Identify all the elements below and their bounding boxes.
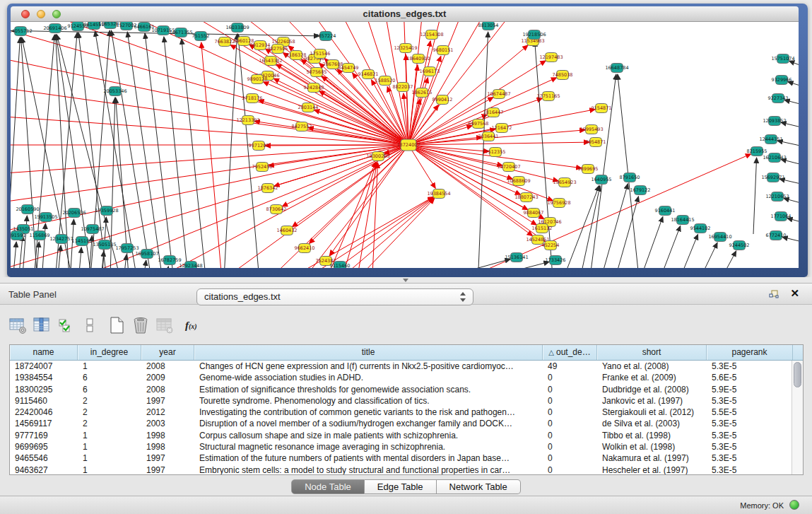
table-cell[interactable]: Jankovic et al. (1997): [597, 395, 707, 407]
graph-node[interactable]: 8454749: [339, 64, 359, 73]
table-row[interactable]: 977716911998Corpus callosum shape and si…: [10, 430, 792, 441]
graph-node[interactable]: 12197483: [539, 53, 563, 62]
graph-node[interactable]: 20160590: [16, 205, 39, 214]
graph-node[interactable]: 12210653: [765, 192, 789, 201]
table-cell[interactable]: Wolkin et al. (1998): [597, 441, 707, 452]
graph-node[interactable]: 16995493: [579, 125, 603, 134]
graph-node[interactable]: 9329966: [772, 76, 792, 85]
graph-node[interactable]: 8730642: [266, 205, 287, 214]
graph-node[interactable]: 7857224: [316, 32, 336, 41]
table-cell[interactable]: 5.3E-5: [707, 452, 792, 464]
scrollbar-thumb[interactable]: [794, 362, 801, 387]
table-cell[interactable]: 19384554: [10, 372, 78, 383]
column-header-short[interactable]: short: [597, 345, 707, 360]
graph-node[interactable]: 19654923: [553, 178, 576, 187]
graph-node[interactable]: 18164415: [671, 216, 694, 225]
graph-node[interactable]: 16958107: [135, 250, 158, 259]
tab-node-table[interactable]: Node Table: [291, 479, 365, 494]
table-cell[interactable]: 22420046: [10, 407, 78, 418]
new-table-icon[interactable]: [106, 314, 127, 337]
table-cell[interactable]: 0: [543, 452, 597, 464]
graph-node[interactable]: 8791650: [620, 173, 640, 182]
graph-node[interactable]: 1771064: [771, 212, 792, 221]
table-cell[interactable]: Yano et al. (2008): [597, 361, 707, 372]
column-header-year[interactable]: year: [141, 345, 194, 360]
graph-node[interactable]: 15136141: [505, 253, 528, 262]
graph-node[interactable]: 2718176: [242, 94, 263, 103]
table-cell[interactable]: 9115460: [10, 395, 78, 407]
table-cell[interactable]: 5.3E-5: [707, 465, 792, 474]
table-cell[interactable]: 5.3E-5: [707, 441, 792, 452]
table-cell[interactable]: 1997: [141, 395, 194, 407]
vertical-scrollbar[interactable]: [792, 361, 803, 474]
column-header-in_degree[interactable]: in_degree: [78, 345, 141, 360]
table-cell[interactable]: 1: [78, 430, 141, 441]
table-cell[interactable]: Franke et al. (2009): [597, 372, 707, 383]
graph-node[interactable]: 20053346: [103, 87, 126, 96]
graph-node[interactable]: 1876342: [258, 184, 278, 193]
graph-node[interactable]: 16543382: [259, 57, 282, 66]
graph-node[interactable]: 391591: [11, 231, 25, 240]
table-row[interactable]: 2242004622012Investigating the contribut…: [10, 407, 792, 418]
graph-node[interactable]: 8990412: [433, 95, 453, 105]
graph-node[interactable]: 6497568: [469, 119, 489, 129]
window-titlebar[interactable]: citations_edges.txt: [11, 6, 799, 22]
table-cell[interactable]: 9777169: [10, 430, 78, 441]
table-cell[interactable]: Hescheler et al. (1997): [597, 465, 707, 474]
graph-node[interactable]: 16033809: [225, 23, 249, 33]
table-cell[interactable]: 6: [78, 384, 141, 395]
unselect-rows-icon[interactable]: [79, 314, 100, 337]
table-cell[interactable]: 2008: [141, 384, 194, 395]
graph-node[interactable]: 16210643: [763, 153, 786, 163]
graph-node[interactable]: 14055712: [11, 27, 33, 36]
column-header-pagerank[interactable]: pagerank: [707, 345, 793, 360]
table-cell[interactable]: 5.5E-5: [707, 407, 792, 418]
table-cell[interactable]: Structural magnetic resonance image aver…: [194, 441, 543, 452]
graph-node[interactable]: 1145190: [72, 237, 93, 246]
table-cell[interactable]: 2003: [141, 418, 194, 429]
table-cell[interactable]: Tourette syndrome. Phenomenology and cla…: [194, 395, 543, 407]
table-cell[interactable]: 1997: [141, 452, 194, 464]
table-selector-dropdown[interactable]: citations_edges.txt: [196, 288, 473, 305]
table-cell[interactable]: 2009: [141, 372, 194, 383]
graph-node[interactable]: 9160441: [655, 206, 676, 216]
graph-node[interactable]: 9544102: [690, 224, 711, 233]
graph-node[interactable]: 19384554: [427, 189, 450, 199]
graph-node[interactable]: 12342757: [49, 235, 73, 244]
graph-node[interactable]: 12325419: [394, 44, 417, 53]
table-cell[interactable]: 5.3E-5: [707, 418, 792, 429]
graph-node[interactable]: 17359928: [95, 206, 118, 216]
column-header-title[interactable]: title: [194, 345, 543, 360]
graph-node[interactable]: 1216472: [492, 124, 512, 133]
table-cell[interactable]: 5.3E-5: [707, 395, 792, 407]
table-cell[interactable]: 5.6E-5: [707, 372, 792, 383]
graph-node[interactable]: 12923448: [179, 262, 202, 269]
graph-node[interactable]: 7952450: [252, 163, 273, 172]
select-columns-icon[interactable]: [31, 314, 52, 337]
table-cell[interactable]: 0: [543, 384, 597, 395]
table-cell[interactable]: 0: [543, 407, 597, 418]
graph-node[interactable]: 1816447: [483, 108, 504, 117]
table-cell[interactable]: Corpus callosum shape and size in male p…: [194, 430, 543, 441]
graph-node[interactable]: 10674487: [487, 90, 510, 99]
graph-node[interactable]: 7663822: [215, 37, 235, 47]
table-cell[interactable]: 5.9E-5: [707, 384, 792, 395]
graph-node[interactable]: 18300295: [366, 152, 389, 161]
table-cell[interactable]: 18300295: [10, 384, 78, 395]
splitter-handle[interactable]: [401, 278, 410, 282]
select-all-rows-icon[interactable]: [55, 314, 76, 337]
table-cell[interactable]: Genome-wide association studies in ADHD.: [194, 372, 543, 383]
graph-node[interactable]: 7512355: [486, 148, 506, 157]
table-cell[interactable]: 0: [543, 418, 597, 429]
table-cell[interactable]: 2012: [141, 407, 194, 418]
graph-node[interactable]: 1640955: [592, 175, 612, 185]
table-cell[interactable]: 0: [543, 465, 597, 474]
table-cell[interactable]: 2008: [141, 361, 194, 372]
memory-status-indicator[interactable]: [789, 500, 799, 510]
graph-node[interactable]: 8954871: [586, 138, 606, 147]
graph-node[interactable]: 9884067: [524, 209, 544, 218]
table-row[interactable]: 1872400712008Changes of HCN gene express…: [10, 361, 792, 372]
graph-node[interactable]: 12444151: [759, 135, 782, 144]
graph-node[interactable]: 10975487: [81, 225, 104, 234]
table-cell[interactable]: Stergiakouli et al. (2012): [597, 407, 707, 418]
